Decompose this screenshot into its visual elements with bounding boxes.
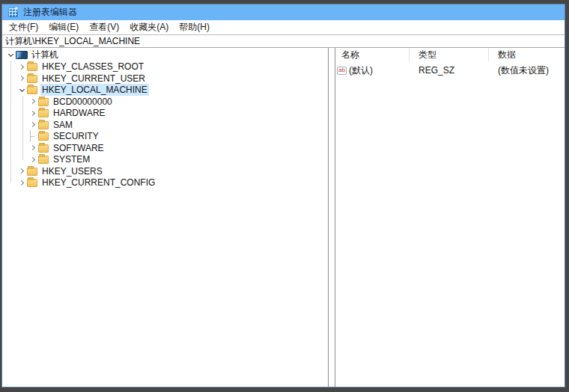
tree-item-label: HKEY_USERS — [40, 165, 104, 177]
registry-app-icon[interactable] — [8, 7, 18, 17]
folder-icon — [27, 63, 37, 71]
chevron-down-icon[interactable] — [5, 49, 16, 61]
pane-splitter[interactable] — [329, 48, 335, 387]
folder-icon — [38, 132, 49, 141]
tree-item-hkey-current-user[interactable]: HKEY_CURRENT_USER — [2, 73, 328, 85]
tree-item-label: HKEY_CURRENT_CONFIG — [40, 177, 156, 189]
column-header-name[interactable]: 名称 — [335, 48, 410, 61]
folder-icon — [38, 156, 49, 164]
tree-item-security[interactable]: SECURITY — [2, 131, 328, 143]
value-type: REG_SZ — [410, 65, 489, 76]
chevron-placeholder — [28, 131, 38, 143]
chevron-right-icon[interactable] — [16, 165, 27, 177]
folder-icon — [38, 109, 49, 117]
tree-item-hkey-current-config[interactable]: HKEY_CURRENT_CONFIG — [2, 177, 328, 189]
tree-item-label: SOFTWARE — [52, 142, 106, 154]
tree-item-hkey-users[interactable]: HKEY_USERS — [2, 165, 328, 177]
tree-item-system[interactable]: SYSTEM — [2, 154, 328, 166]
tree-item--[interactable]: 计算机 — [2, 49, 328, 61]
tree-item-label: HARDWARE — [52, 107, 107, 119]
tree-item-label: HKEY_CLASSES_ROOT — [40, 61, 145, 73]
tree-item-hardware[interactable]: HARDWARE — [2, 108, 328, 120]
menu-favorites[interactable]: 收藏夹(A) — [124, 20, 174, 34]
tree-item-hkey-local-machine[interactable]: HKEY_LOCAL_MACHINE — [2, 85, 328, 97]
folder-icon — [27, 168, 37, 176]
chevron-right-icon[interactable] — [28, 119, 38, 131]
string-value-icon — [337, 67, 347, 75]
chevron-right-icon[interactable] — [16, 61, 27, 73]
chevron-right-icon[interactable] — [28, 96, 38, 108]
folder-icon — [38, 121, 49, 129]
tree-item-label: SAM — [52, 119, 74, 131]
tree-item-sam[interactable]: SAM — [2, 119, 328, 131]
menu-bar: 文件(F) 编辑(E) 查看(V) 收藏夹(A) 帮助(H) — [2, 20, 565, 34]
folder-icon — [27, 75, 37, 83]
value-name-cell: (默认) — [335, 64, 410, 77]
folder-icon — [27, 86, 37, 94]
chevron-right-icon[interactable] — [16, 177, 27, 189]
menu-help[interactable]: 帮助(H) — [174, 20, 215, 34]
folder-icon — [38, 98, 49, 106]
chevron-right-icon[interactable] — [28, 108, 38, 120]
value-row-default[interactable]: (默认)REG_SZ(数值未设置) — [335, 64, 565, 76]
title-bar[interactable]: 注册表编辑器 — [2, 4, 565, 20]
folder-icon — [27, 179, 37, 187]
tree-item-label: BCD00000000 — [52, 96, 114, 108]
tree-item-hkey-classes-root[interactable]: HKEY_CLASSES_ROOT — [2, 61, 328, 73]
menu-file[interactable]: 文件(F) — [4, 20, 43, 34]
chevron-right-icon[interactable] — [28, 142, 38, 154]
menu-view[interactable]: 查看(V) — [84, 20, 124, 34]
tree-item-label: SECURITY — [52, 130, 100, 142]
regedit-window: 注册表编辑器 文件(F) 编辑(E) 查看(V) 收藏夹(A) 帮助(H) 计算… — [1, 4, 565, 388]
menu-edit[interactable]: 编辑(E) — [43, 20, 84, 34]
folder-icon — [38, 144, 49, 153]
values-pane[interactable]: 名称 类型 数据 (默认)REG_SZ(数值未设置) — [335, 48, 565, 387]
address-bar[interactable]: 计算机\HKEY_LOCAL_MACHINE — [2, 34, 565, 48]
tree-item-label: HKEY_CURRENT_USER — [40, 73, 147, 85]
tree-item-bcd00000000[interactable]: BCD00000000 — [2, 96, 328, 108]
tree-pane[interactable]: 计算机HKEY_CLASSES_ROOTHKEY_CURRENT_USERHKE… — [2, 48, 329, 387]
content-area: 计算机HKEY_CLASSES_ROOTHKEY_CURRENT_USERHKE… — [2, 48, 565, 387]
column-header-data[interactable]: 数据 — [489, 48, 565, 61]
tree-item-label: SYSTEM — [52, 153, 91, 165]
value-name: (默认) — [349, 64, 373, 77]
tree-item-label: HKEY_LOCAL_MACHINE — [40, 84, 149, 96]
computer-icon — [16, 51, 27, 60]
tree-item-software[interactable]: SOFTWARE — [2, 142, 328, 154]
window-title: 注册表编辑器 — [23, 6, 77, 19]
column-header-type[interactable]: 类型 — [410, 48, 489, 61]
chevron-right-icon[interactable] — [28, 154, 38, 166]
address-path: 计算机\HKEY_LOCAL_MACHINE — [5, 35, 140, 48]
chevron-right-icon[interactable] — [16, 73, 27, 85]
value-data: (数值未设置) — [489, 64, 565, 77]
list-header: 名称 类型 数据 — [335, 48, 565, 61]
chevron-down-icon[interactable] — [16, 85, 27, 97]
